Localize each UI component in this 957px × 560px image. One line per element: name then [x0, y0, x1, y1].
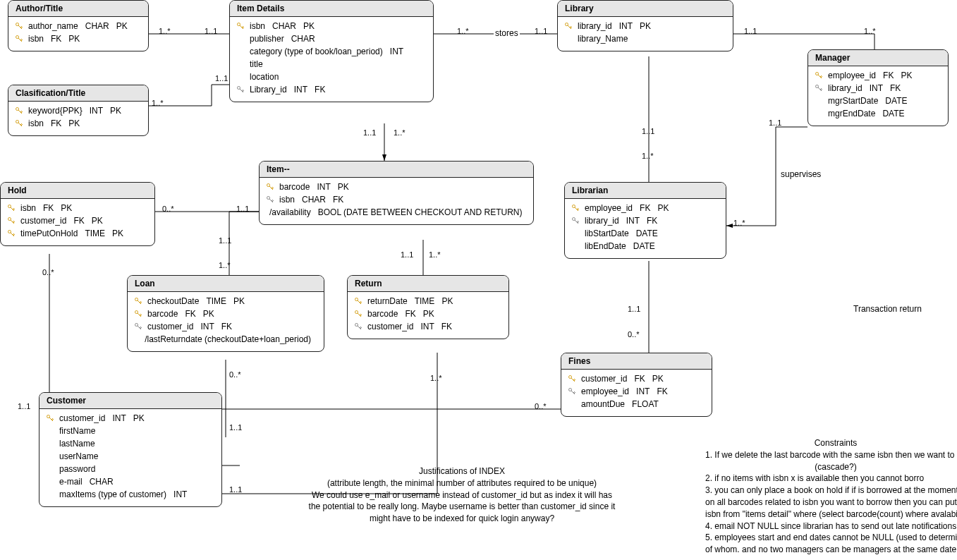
card: 0..*: [162, 205, 174, 213]
entity-header: Manager: [808, 50, 948, 66]
attribute-row: library_idINTPK: [563, 20, 727, 32]
key-pk-icon: [353, 296, 363, 306]
attribute-text: userName: [59, 451, 105, 461]
svg-point-9: [267, 184, 270, 187]
entity-body: author_nameCHARPKisbnFKPK: [8, 17, 148, 51]
attribute-text: keyword{PPK}INTPK: [28, 106, 128, 116]
attribute-text: barcodeFKPK: [367, 309, 441, 319]
attribute-text: barcodeINTPK: [279, 182, 356, 192]
card: 0..*: [42, 268, 54, 276]
attribute-row: title: [236, 58, 427, 71]
attribute-text: isbnFKPK: [20, 203, 79, 213]
attribute-row: library_idINTFK: [814, 82, 942, 95]
key-pk-icon: [6, 216, 16, 226]
key-fk-icon: [133, 322, 143, 331]
key-fk-icon: [567, 386, 577, 396]
card: 1..1: [236, 205, 249, 213]
svg-point-19: [573, 205, 575, 208]
key-none-icon: [133, 334, 140, 344]
svg-point-24: [569, 389, 572, 391]
entity-header: Author/Title: [8, 1, 148, 17]
attribute-text: isbnCHARFK: [279, 195, 351, 205]
key-pk-icon: [265, 182, 275, 192]
svg-point-5: [8, 218, 11, 221]
entity-item_details: Item DetailsisbnCHARPKpublisherCHARcateg…: [229, 0, 434, 102]
attribute-row: libEndDateDATE: [571, 240, 720, 252]
key-pk-icon: [571, 203, 580, 213]
key-pk-icon: [6, 229, 16, 238]
attribute-row: customer_idINTPK: [45, 412, 216, 425]
attribute-text: customer_idFKPK: [581, 374, 671, 384]
key-pk-icon: [14, 34, 24, 44]
card: 1..*: [642, 152, 654, 160]
key-pk-icon: [133, 296, 143, 306]
attribute-row: mgrStartDateDATE: [814, 95, 942, 107]
attribute-row: isbnFKPK: [14, 32, 142, 45]
svg-point-17: [47, 415, 50, 418]
attribute-text: library_idINTFK: [585, 216, 664, 226]
attribute-row: library_Name: [563, 32, 727, 45]
entity-body: employee_idFKPKlibrary_idINTFKlibStartDa…: [565, 199, 726, 258]
attribute-text: maxItems (type of customer)INT: [59, 489, 194, 499]
card: 1..*: [733, 219, 745, 227]
card: 1..1: [744, 27, 757, 35]
entity-body: employee_idFKPKlibrary_idINTFKmgrStartDa…: [808, 66, 948, 126]
attribute-row: Library_idINTFK: [236, 83, 427, 96]
entity-body: isbnCHARPKpublisherCHARcategory (type of…: [230, 17, 433, 102]
card: 0..*: [229, 370, 241, 379]
entity-header: Item Details: [230, 1, 433, 17]
entity-body: keyword{PPK}INTPKisbnFKPK: [8, 102, 148, 135]
entity-author_title: Author/Titleauthor_nameCHARPKisbnFKPK: [8, 0, 149, 51]
entity-body: library_idINTPKlibrary_Name: [558, 17, 733, 51]
attribute-text: amountDueFLOAT: [581, 399, 666, 409]
entity-header: Fines: [561, 353, 712, 370]
svg-point-21: [816, 73, 819, 75]
attribute-text: employee_idFKPK: [585, 203, 676, 213]
card: 1..*: [219, 261, 231, 269]
attribute-text: category (type of book/loan_period)INT: [250, 47, 410, 56]
attribute-text: library_Name: [578, 34, 635, 44]
svg-point-3: [16, 121, 19, 123]
attribute-text: mgrStartDateDATE: [828, 96, 914, 106]
attribute-row: libStartDateDATE: [571, 227, 720, 240]
attribute-row: library_idINTFK: [571, 214, 720, 227]
entity-header: Hold: [1, 183, 154, 199]
attribute-row: e-mailCHAR: [45, 475, 216, 488]
attribute-text: isbnFKPK: [28, 34, 87, 44]
entity-body: returnDateTIMEPKbarcodeFKPKcustomer_idIN…: [348, 292, 508, 339]
key-none-icon: [567, 399, 577, 409]
attribute-text: mgrEndDateDATE: [828, 109, 912, 118]
key-fk-icon: [571, 216, 580, 226]
label-stores: stores: [494, 28, 520, 38]
attribute-row: barcodeINTPK: [265, 181, 528, 193]
key-none-icon: [571, 229, 580, 238]
key-pk-icon: [6, 203, 16, 213]
key-none-icon: [45, 489, 55, 499]
text-justifications: Justifications of INDEX (attribute lengt…: [296, 465, 628, 525]
svg-point-2: [16, 108, 19, 111]
entity-header: Loan: [128, 276, 324, 292]
card: 1..1: [219, 236, 231, 245]
key-none-icon: [236, 47, 245, 56]
key-pk-icon: [236, 21, 245, 31]
svg-point-23: [569, 376, 572, 379]
key-pk-icon: [814, 71, 824, 80]
attribute-row: employee_idINTFK: [567, 385, 706, 398]
attribute-row: returnDateTIMEPK: [353, 295, 503, 308]
card: 1..1: [401, 250, 413, 259]
key-pk-icon: [567, 374, 577, 384]
entity-body: customer_idINTPKfirstNamelastNameuserNam…: [39, 409, 221, 506]
card: 1..*: [429, 250, 441, 259]
text-transaction-return: Transaction return: [853, 303, 922, 315]
attribute-text: library_idINTFK: [828, 83, 908, 93]
key-none-icon: [563, 34, 573, 44]
card: 1..1: [628, 305, 640, 313]
attribute-text: e-mailCHAR: [59, 477, 121, 487]
key-pk-icon: [353, 309, 363, 319]
card: 1..1: [769, 118, 781, 127]
key-none-icon: [236, 34, 245, 44]
entity-header: Return: [348, 276, 508, 292]
entity-body: barcodeINTPKisbnCHARFK/availabilityBOOL …: [260, 178, 533, 224]
card: 1..*: [457, 27, 469, 35]
key-none-icon: [814, 109, 824, 118]
